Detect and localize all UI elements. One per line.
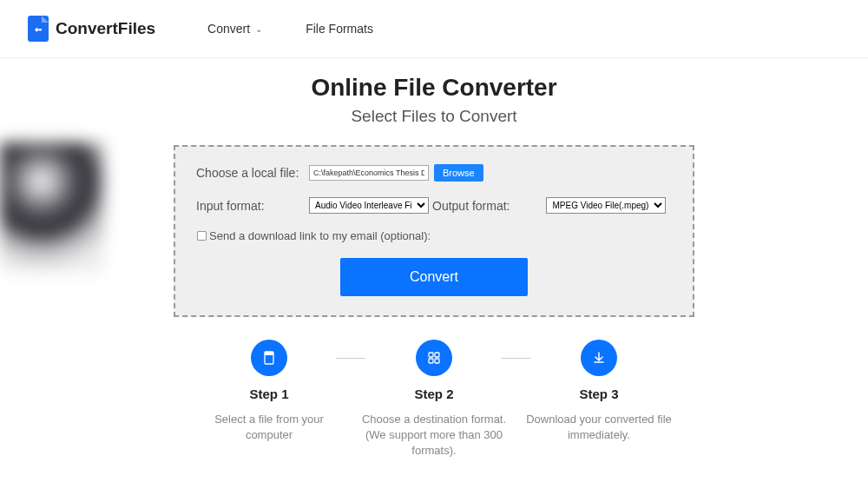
- steps: Step 1 Select a file from your computer …: [0, 340, 868, 459]
- email-label: Send a download link to my email (option…: [209, 229, 431, 242]
- input-format-select[interactable]: Audio Video Interleave File (: [309, 197, 429, 214]
- input-format-label: Input format:: [196, 199, 309, 213]
- nav-formats-label: File Formats: [306, 22, 373, 36]
- step-3: Step 3 Download your converted file imme…: [516, 340, 681, 459]
- nav-convert[interactable]: Convert ⌄: [207, 22, 262, 36]
- output-format-label: Output format:: [432, 199, 510, 213]
- header: ConvertFiles Convert ⌄ File Formats: [0, 0, 868, 58]
- step-1-desc: Select a file from your computer: [187, 412, 352, 443]
- chevron-down-icon: ⌄: [255, 24, 262, 34]
- svg-rect-5: [435, 359, 439, 363]
- logo-icon: [28, 16, 49, 42]
- nav-convert-label: Convert: [207, 22, 250, 36]
- convert-button[interactable]: Convert: [340, 258, 528, 296]
- step-1-title: Step 1: [187, 387, 352, 401]
- step-2-desc: Choose a destination format. (We support…: [352, 412, 516, 459]
- step-3-desc: Download your converted file immediately…: [516, 412, 681, 443]
- output-format-select[interactable]: MPEG Video File(.mpeg): [546, 197, 666, 214]
- logo[interactable]: ConvertFiles: [28, 16, 155, 42]
- nav-file-formats[interactable]: File Formats: [306, 22, 373, 36]
- email-checkbox[interactable]: [197, 231, 207, 241]
- grid-icon: [416, 340, 452, 376]
- browse-button[interactable]: Browse: [434, 164, 483, 182]
- page-subtitle: Select Files to Convert: [0, 107, 868, 126]
- svg-rect-1: [265, 352, 273, 355]
- page-title: Online File Converter: [0, 74, 868, 102]
- titles: Online File Converter Select Files to Co…: [0, 74, 868, 126]
- nav: Convert ⌄ File Formats: [207, 22, 373, 36]
- svg-rect-2: [429, 353, 433, 357]
- choose-file-label: Choose a local file:: [196, 166, 309, 180]
- converter-panel: Choose a local file: Browse Input format…: [174, 145, 694, 317]
- file-icon: [251, 340, 287, 376]
- file-path-input[interactable]: [309, 165, 429, 181]
- row-email: Send a download link to my email (option…: [196, 229, 672, 242]
- step-1: Step 1 Select a file from your computer: [187, 340, 352, 459]
- row-formats: Input format: Audio Video Interleave Fil…: [196, 197, 672, 214]
- row-choose-file: Choose a local file: Browse: [196, 164, 672, 182]
- side-image: [0, 142, 104, 273]
- brand-name: ConvertFiles: [56, 19, 155, 38]
- svg-rect-4: [429, 359, 433, 363]
- svg-rect-3: [435, 353, 439, 357]
- step-2: Step 2 Choose a destination format. (We …: [352, 340, 516, 459]
- step-3-title: Step 3: [516, 387, 681, 401]
- step-2-title: Step 2: [352, 387, 516, 401]
- download-icon: [581, 340, 617, 376]
